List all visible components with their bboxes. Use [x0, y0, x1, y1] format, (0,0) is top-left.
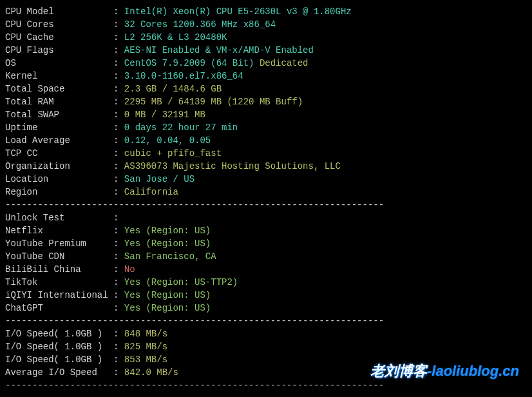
output-row: Unlock Test : — [5, 211, 527, 224]
row-value: 0 MB / 32191 MB — [124, 110, 205, 120]
row-label: Unlock Test — [5, 213, 113, 223]
row-label: OS — [5, 58, 113, 68]
row-value: 3.10.0-1160.el7.x86_64 — [124, 71, 243, 81]
row-colon: : — [113, 174, 124, 184]
row-label: BiliBili China — [5, 264, 113, 275]
row-value: 0 days 22 hour 27 min — [124, 122, 238, 133]
row-label: I/O Speed( 1.0GB ) — [5, 329, 113, 339]
row-label: Netflix — [5, 226, 113, 236]
output-row: YouTube CDN : San Francisco, CA — [5, 250, 527, 263]
output-row: Load Average : 0.12, 0.04, 0.05 — [5, 134, 527, 147]
row-label: TCP CC — [5, 148, 113, 159]
output-row: CPU Cores : 32 Cores 1200.366 MHz x86_64 — [5, 18, 527, 31]
row-value: Intel(R) Xeon(R) CPU E5-2630L v3 @ 1.80G… — [124, 6, 352, 17]
row-value: 2.3 GB / 1484.6 GB — [124, 84, 222, 94]
output-row: Average I/O Speed : 842.0 MB/s — [5, 366, 527, 379]
row-colon: : — [113, 238, 124, 249]
row-colon: : — [113, 187, 124, 197]
row-label: YouTube Premium — [5, 238, 113, 249]
row-colon: : — [113, 329, 124, 339]
row-value: No — [124, 264, 135, 275]
row-value: cubic + pfifo_fast — [124, 148, 222, 159]
output-row: iQIYI International : Yes (Region: US) — [5, 289, 527, 302]
row-label: Organization — [5, 161, 113, 171]
row-colon: : — [113, 251, 124, 262]
divider: ----------------------------------------… — [5, 315, 527, 327]
output-row: I/O Speed( 1.0GB ) : 853 MB/s — [5, 353, 527, 366]
output-row: TCP CC : cubic + pfifo_fast — [5, 147, 527, 160]
row-value: AS396073 Majestic Hosting Solutions, LLC — [124, 161, 341, 171]
divider: ----------------------------------------… — [5, 198, 527, 211]
row-label: CPU Model — [5, 6, 113, 17]
output-row: CPU Cache : L2 256K & L3 20480K — [5, 31, 527, 44]
row-colon: : — [113, 84, 124, 94]
row-colon: : — [113, 122, 124, 133]
output-row: OS : CentOS 7.9.2009 (64 Bit) Dedicated — [5, 57, 527, 70]
row-label: Load Average — [5, 135, 113, 146]
row-label: Total Space — [5, 84, 113, 94]
output-row: Location : San Jose / US — [5, 173, 527, 186]
row-label: Location — [5, 174, 113, 184]
output-row: Netflix : Yes (Region: US) — [5, 224, 527, 237]
row-value: 842.0 MB/s — [124, 367, 178, 378]
row-colon: : — [113, 148, 124, 159]
output-row: Total SWAP : 0 MB / 32191 MB — [5, 108, 527, 121]
row-value: Yes (Region: US) — [124, 226, 211, 236]
row-colon: : — [113, 32, 124, 43]
row-colon: : — [113, 354, 124, 365]
output-row: Uptime : 0 days 22 hour 27 min — [5, 121, 527, 134]
row-value: Yes (Region: US) — [124, 290, 211, 300]
output-row: TikTok : Yes (Region: US-TTP2) — [5, 276, 527, 289]
row-label: TikTok — [5, 277, 113, 287]
row-colon: : — [113, 303, 124, 313]
output-row: I/O Speed( 1.0GB ) : 848 MB/s — [5, 327, 527, 340]
output-row: CPU Flags : AES-NI Enabled & VM-x/AMD-V … — [5, 44, 527, 57]
row-label: CPU Cache — [5, 32, 113, 43]
row-label: Uptime — [5, 122, 113, 133]
row-label: Average I/O Speed — [5, 367, 113, 378]
output-row: Kernel : 3.10.0-1160.el7.x86_64 — [5, 70, 527, 82]
row-value: California — [124, 187, 178, 197]
row-value: 32 Cores 1200.366 MHz x86_64 — [124, 19, 276, 30]
row-colon: : — [113, 110, 124, 120]
row-colon: : — [113, 367, 124, 378]
row-value: 0.12, 0.04, 0.05 — [124, 135, 211, 146]
row-value: 848 MB/s — [124, 329, 167, 339]
row-label: Total SWAP — [5, 110, 113, 120]
row-colon: : — [113, 135, 124, 146]
row-colon: : — [113, 264, 124, 275]
output-row: Organization : AS396073 Majestic Hosting… — [5, 160, 527, 173]
row-colon: : — [113, 19, 124, 30]
row-colon: : — [113, 45, 124, 55]
row-label: Kernel — [5, 71, 113, 81]
row-value: Yes (Region: US) — [124, 238, 211, 249]
row-value: 825 MB/s — [124, 342, 167, 352]
row-value-extra: Dedicated — [254, 58, 308, 68]
row-colon: : — [113, 226, 124, 236]
output-row: I/O Speed( 1.0GB ) : 825 MB/s — [5, 340, 527, 353]
row-value: Yes (Region: US-TTP2) — [124, 277, 238, 287]
row-value: San Francisco, CA — [124, 251, 216, 262]
row-value: Yes (Region: US) — [124, 303, 211, 313]
row-value: San Jose / US — [124, 174, 195, 184]
row-label: CPU Cores — [5, 19, 113, 30]
row-colon: : — [113, 290, 124, 300]
output-row: Region : California — [5, 186, 527, 198]
row-colon: : — [113, 342, 124, 352]
row-colon: : — [113, 277, 124, 287]
terminal-output: CPU Model : Intel(R) Xeon(R) CPU E5-2630… — [5, 5, 527, 392]
divider: ----------------------------------------… — [5, 379, 527, 392]
row-colon: : — [113, 97, 124, 107]
row-label: CPU Flags — [5, 45, 113, 55]
output-row: CPU Model : Intel(R) Xeon(R) CPU E5-2630… — [5, 5, 527, 18]
row-label: I/O Speed( 1.0GB ) — [5, 354, 113, 365]
row-label: iQIYI International — [5, 290, 113, 300]
row-value: CentOS 7.9.2009 (64 Bit) — [124, 58, 254, 68]
row-label: Region — [5, 187, 113, 197]
output-row: Total RAM : 2295 MB / 64139 MB (1220 MB … — [5, 95, 527, 108]
row-label: ChatGPT — [5, 303, 113, 313]
row-value: AES-NI Enabled & VM-x/AMD-V Enabled — [124, 45, 314, 55]
row-colon: : — [113, 161, 124, 171]
row-colon: : — [113, 71, 124, 81]
row-label: Total RAM — [5, 97, 113, 107]
